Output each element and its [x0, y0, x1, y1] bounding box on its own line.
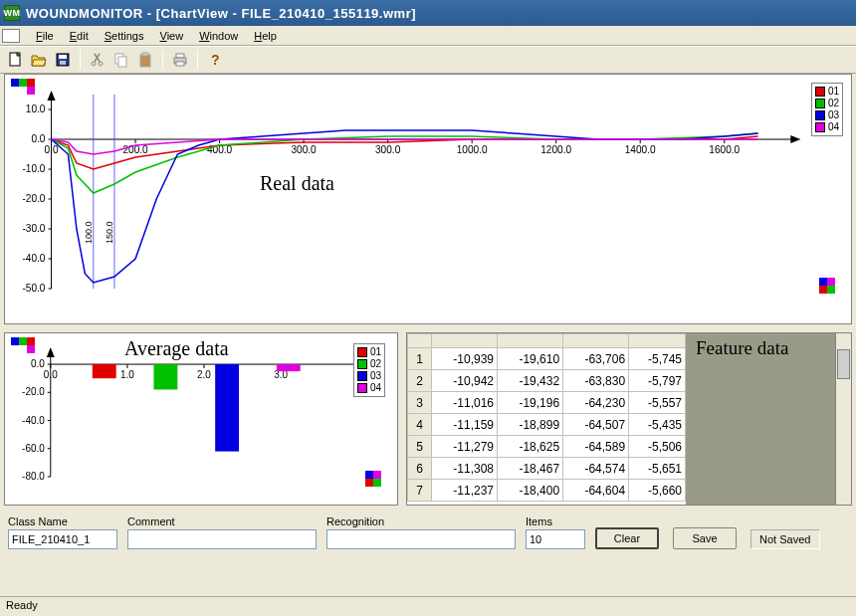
average-data-chart: -80.0-60.0-40.0-20.00.00.01.02.03.0 Aver… — [4, 332, 398, 506]
svg-marker-17 — [790, 135, 800, 143]
comment-label: Comment — [127, 515, 317, 527]
svg-rect-76 — [93, 364, 116, 378]
comment-input[interactable] — [127, 529, 317, 549]
table-row[interactable]: 3-11,016-19,196-64,230-5,557 — [408, 392, 686, 414]
help-icon: ? — [207, 52, 223, 68]
feature-data-table-wrap: 1-10,939-19,610-63,706-5,7452-10,942-19,… — [407, 333, 686, 505]
svg-text:0.0: 0.0 — [45, 144, 59, 155]
svg-marker-55 — [47, 347, 55, 357]
legend-avg: 01020304 — [353, 343, 385, 397]
svg-text:-40.0: -40.0 — [22, 253, 45, 264]
form-row: Class Name Comment Recognition Items Cle… — [4, 515, 852, 561]
open-button[interactable] — [28, 49, 50, 71]
table-row[interactable]: 4-11,159-18,899-64,507-5,435 — [408, 414, 686, 436]
svg-text:10.0: 10.0 — [26, 103, 46, 114]
svg-text:100.0: 100.0 — [84, 221, 94, 244]
toolbar-separator — [197, 50, 198, 70]
items-input[interactable] — [526, 529, 585, 549]
menu-window[interactable]: Window — [191, 28, 246, 44]
cut-icon — [90, 52, 106, 68]
svg-rect-77 — [153, 364, 177, 389]
legend-real: 01020304 — [811, 83, 843, 136]
window-title: WOUNDMONITOR - [ChartView - FILE_210410_… — [26, 6, 416, 21]
menu-view[interactable]: View — [151, 28, 191, 44]
menu-edit[interactable]: Edit — [62, 28, 97, 44]
svg-point-5 — [99, 62, 103, 66]
table-row[interactable]: 1-10,939-19,610-63,706-5,745 — [408, 348, 686, 370]
average-data-label: Average data — [124, 337, 229, 360]
svg-rect-8 — [140, 55, 150, 67]
save-button[interactable]: Save — [673, 527, 737, 549]
svg-text:?: ? — [211, 52, 220, 68]
save-button-toolbar[interactable] — [52, 49, 74, 71]
client-area: -50.0-40.0-30.0-20.0-10.00.010.00.0200.0… — [4, 74, 852, 576]
chart-corner-badge — [365, 471, 389, 487]
print-icon — [172, 52, 188, 68]
help-button[interactable]: ? — [204, 49, 226, 71]
table-row[interactable]: 7-11,237-18,400-64,604-5,660 — [408, 480, 686, 502]
system-menu-icon[interactable] — [2, 29, 20, 43]
real-data-plot: -50.0-40.0-30.0-20.0-10.00.010.00.0200.0… — [5, 75, 851, 323]
svg-rect-79 — [277, 364, 301, 371]
recognition-input[interactable] — [326, 529, 516, 549]
feature-data-table[interactable]: 1-10,939-19,610-63,706-5,7452-10,942-19,… — [407, 333, 686, 502]
status-bar: Ready — [0, 596, 856, 616]
svg-text:-20.0: -20.0 — [22, 193, 45, 204]
chart-corner-badge — [819, 278, 843, 294]
svg-text:1400.0: 1400.0 — [625, 144, 656, 155]
svg-text:150.0: 150.0 — [105, 221, 114, 244]
status-text: Ready — [6, 599, 38, 611]
svg-rect-7 — [118, 57, 126, 67]
menu-file[interactable]: File — [28, 28, 62, 44]
save-state-label: Not Saved — [750, 529, 820, 549]
svg-text:1000.0: 1000.0 — [457, 144, 488, 155]
feature-data-label: Feature data — [696, 337, 788, 359]
scrollbar-thumb[interactable] — [837, 349, 850, 379]
svg-text:300.0: 300.0 — [291, 144, 317, 155]
class-name-input[interactable] — [8, 529, 117, 549]
table-row[interactable]: 6-11,308-18,467-64,574-5,651 — [408, 458, 686, 480]
paste-button[interactable] — [134, 49, 156, 71]
svg-text:-30.0: -30.0 — [22, 223, 45, 234]
svg-text:0.0: 0.0 — [31, 133, 45, 144]
svg-rect-10 — [176, 54, 184, 58]
real-data-chart: -50.0-40.0-30.0-20.0-10.00.010.00.0200.0… — [4, 74, 852, 324]
table-scrollbar[interactable] — [835, 333, 851, 505]
table-row[interactable]: 2-10,942-19,432-63,830-5,797 — [408, 370, 686, 392]
svg-text:0.0: 0.0 — [31, 358, 45, 369]
clear-button[interactable]: Clear — [595, 527, 659, 549]
feature-data-panel: 1-10,939-19,610-63,706-5,7452-10,942-19,… — [406, 332, 852, 506]
svg-text:-40.0: -40.0 — [22, 415, 45, 426]
svg-rect-78 — [215, 364, 239, 452]
menu-settings[interactable]: Settings — [97, 28, 152, 44]
svg-rect-3 — [60, 61, 66, 65]
svg-point-4 — [92, 62, 96, 66]
app-icon: WM — [4, 5, 20, 21]
real-data-label: Real data — [260, 172, 334, 195]
copy-button[interactable] — [110, 49, 132, 71]
new-icon — [7, 52, 23, 68]
toolbar: ? — [0, 46, 856, 74]
svg-marker-15 — [48, 91, 56, 101]
svg-text:0.0: 0.0 — [44, 369, 58, 380]
cut-button[interactable] — [87, 49, 108, 71]
table-row[interactable]: 5-11,279-18,625-64,589-5,506 — [408, 436, 686, 458]
title-bar: WM WOUNDMONITOR - [ChartView - FILE_2104… — [0, 0, 856, 26]
svg-rect-12 — [176, 62, 184, 66]
svg-text:1600.0: 1600.0 — [709, 144, 740, 155]
svg-text:1.0: 1.0 — [120, 369, 134, 380]
svg-rect-2 — [59, 55, 67, 59]
chart-corner-badge — [11, 79, 35, 95]
svg-text:2.0: 2.0 — [197, 369, 211, 380]
menu-help[interactable]: Help — [246, 28, 285, 44]
menu-bar: File Edit Settings View Window Help — [0, 26, 856, 46]
print-button[interactable] — [169, 49, 191, 71]
save-icon — [55, 52, 71, 68]
svg-text:300.0: 300.0 — [375, 144, 401, 155]
svg-text:1200.0: 1200.0 — [540, 144, 571, 155]
chart-corner-badge — [11, 337, 35, 353]
svg-text:-20.0: -20.0 — [22, 386, 45, 397]
new-button[interactable] — [4, 49, 26, 71]
svg-text:-50.0: -50.0 — [22, 283, 45, 294]
svg-text:-80.0: -80.0 — [22, 471, 45, 482]
